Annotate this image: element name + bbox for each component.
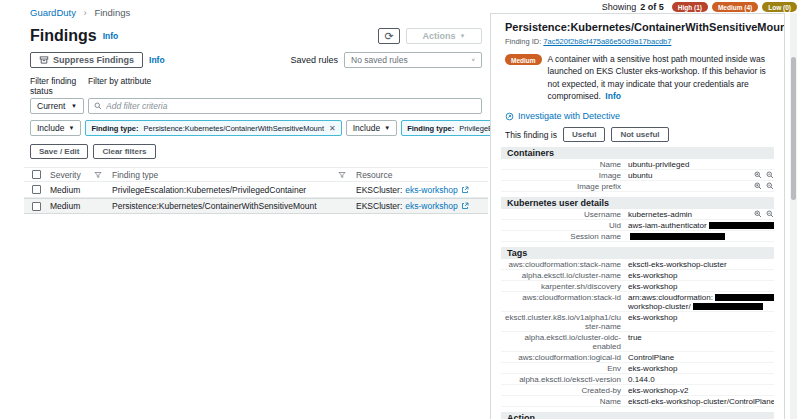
- detail-field-row: aws:cloudformation:stack-idarn:aws:cloud…: [501, 292, 774, 312]
- field-value-text: 0.144.0: [628, 375, 655, 384]
- suppress-findings-button[interactable]: Suppress Findings: [30, 52, 143, 68]
- clear-filters-button[interactable]: Clear filters: [93, 144, 155, 159]
- filter-icon[interactable]: [338, 171, 346, 179]
- field-value: ubuntu: [628, 171, 750, 180]
- filter-status-label: Filter finding status: [30, 76, 88, 96]
- field-value-text: eksctl-eks-workshop-cluster/ControlPlane: [628, 397, 774, 406]
- findings-summary: Showing 2 of 5 High (1)Medium (4)Low (0): [602, 2, 797, 12]
- finding-id-link[interactable]: 7ac520f2b8cf475a86e50d9a17bacdb7: [543, 37, 671, 46]
- actions-button[interactable]: Actions ▼: [406, 28, 482, 44]
- redacted-value: [693, 303, 763, 310]
- filter-search-input[interactable]: [106, 101, 476, 111]
- field-value-text: ubuntu-privileged: [628, 160, 689, 169]
- section-header: Containers: [501, 147, 774, 159]
- chevron-down-icon: ▼: [460, 33, 466, 39]
- field-label: alpha.eksctl.io/cluster-name: [501, 271, 621, 280]
- severity-badges: High (1)Medium (4)Low (0): [672, 2, 797, 12]
- search-icon: [94, 102, 102, 110]
- zoom-in-icon[interactable]: [754, 171, 762, 179]
- include-filter-select[interactable]: Include▼: [30, 120, 81, 136]
- zoom-out-icon[interactable]: [766, 210, 774, 218]
- field-label: Username: [501, 210, 621, 219]
- saved-rules-label: Saved rules: [290, 55, 338, 65]
- field-label: Image prefix: [501, 182, 621, 191]
- severity-count-badge: Medium (4): [712, 2, 758, 12]
- remove-filter-icon[interactable]: ✕: [329, 124, 336, 133]
- detail-field-row: aws:cloudformation:stack-nameeksctl-eks-…: [501, 259, 774, 270]
- filter-attribute-label: Filter by attribute: [88, 76, 151, 96]
- saved-rules-select[interactable]: No saved rules ˅: [344, 52, 482, 68]
- row-checkbox[interactable]: [32, 202, 41, 211]
- zoom-out-icon[interactable]: [766, 182, 774, 190]
- external-link-icon[interactable]: [461, 186, 469, 194]
- finding-row[interactable]: MediumPrivilegeEscalation:Kubernetes/Pri…: [24, 182, 488, 198]
- showing-count: 2 of 5: [640, 2, 664, 12]
- detail-field-row: karpenter.sh/discoveryeks-workshop: [501, 281, 774, 292]
- finding-type-cell: Persistence:Kubernetes/ContainerWithSens…: [112, 201, 356, 211]
- field-label: Session name: [501, 232, 621, 241]
- useful-button[interactable]: Useful: [563, 127, 605, 142]
- page-title-info-link[interactable]: Info: [103, 31, 119, 41]
- finding-status-select[interactable]: Current ▼: [30, 98, 84, 114]
- redacted-value: [709, 222, 774, 229]
- findings-table-body: MediumPrivilegeEscalation:Kubernetes/Pri…: [24, 182, 488, 214]
- detail-field-row: Imageubuntu: [501, 170, 774, 181]
- field-value: eks-workshop-v2: [628, 386, 774, 395]
- finding-id-label: Finding ID:: [505, 37, 543, 46]
- finding-row[interactable]: MediumPersistence:Kubernetes/ContainerWi…: [24, 198, 488, 214]
- filter-chip[interactable]: Finding type: Persistence:Kubernetes/Con…: [85, 120, 341, 136]
- resource-prefix: EKSCluster:: [356, 201, 402, 211]
- resource-link[interactable]: eks-workshop: [405, 185, 457, 195]
- save-edit-button[interactable]: Save / Edit: [30, 144, 88, 159]
- filter-chip-key: Finding type:: [91, 124, 138, 133]
- field-value-text: eks-workshop: [628, 313, 677, 322]
- field-zoom-controls: [754, 210, 774, 219]
- not-useful-button[interactable]: Not useful: [611, 127, 668, 142]
- resource-prefix: EKSCluster:: [356, 185, 402, 195]
- detail-field-row: Session name: [501, 231, 774, 242]
- row-checkbox[interactable]: [32, 185, 41, 194]
- checkbox-cell: [24, 185, 50, 194]
- zoom-in-icon[interactable]: [754, 210, 762, 218]
- guardduty-findings-page: GuardDuty › Findings Findings Info ⟳ Act…: [0, 0, 800, 419]
- investigate-with-detective-link[interactable]: Investigate with Detective: [518, 111, 620, 121]
- field-value-text: kubernetes-admin: [628, 210, 692, 219]
- external-link-icon[interactable]: [461, 202, 469, 210]
- zoom-out-icon[interactable]: [766, 171, 774, 179]
- field-value-text: aws-iam-authenticator: [628, 221, 707, 230]
- include-filter-select[interactable]: Include▼: [346, 120, 397, 136]
- scrollbar-thumb[interactable]: [791, 57, 796, 200]
- breadcrumb: GuardDuty › Findings: [0, 0, 490, 18]
- filter-icon[interactable]: [94, 171, 102, 179]
- finding-type-column-header[interactable]: Finding type: [112, 170, 158, 180]
- resource-link[interactable]: eks-workshop: [405, 201, 457, 211]
- field-label: alpha.eksctl.io/cluster-oidc-enabled: [501, 333, 621, 351]
- breadcrumb-guardduty-link[interactable]: GuardDuty: [30, 7, 76, 18]
- field-value-text: workshop-cluster/: [628, 302, 691, 311]
- severity-column-header[interactable]: Severity: [50, 170, 81, 180]
- field-value-text: arn:aws:cloudformation:: [628, 293, 713, 302]
- findings-list-pane: GuardDuty › Findings Findings Info ⟳ Act…: [0, 0, 490, 419]
- severity-cell: Medium: [50, 185, 112, 195]
- detail-field-row: alpha.eksctl.io/cluster-oidc-enabledtrue: [501, 332, 774, 352]
- suppress-info-link[interactable]: Info: [149, 55, 165, 65]
- field-zoom-controls: [754, 182, 774, 191]
- detail-field-row: aws:cloudformation:logical-idControlPlan…: [501, 352, 774, 363]
- field-label: alpha.eksctl.io/eksctl-version: [501, 375, 621, 384]
- include-filter-label: Include: [353, 123, 380, 133]
- filter-chip-key: Finding type:: [407, 124, 454, 133]
- panel-sections: ContainersNameubuntu-privilegedImageubun…: [491, 147, 784, 419]
- section-header: Kubernetes user details: [501, 197, 774, 209]
- redacted-value: [630, 233, 725, 240]
- finding-type-cell: PrivilegeEscalation:Kubernetes/Privilege…: [112, 185, 356, 195]
- include-filter-label: Include: [37, 123, 64, 133]
- select-all-checkbox[interactable]: [32, 170, 41, 179]
- field-value-text: eks-workshop: [628, 364, 677, 373]
- refresh-button[interactable]: ⟳: [378, 28, 400, 44]
- description-info-link[interactable]: Info: [605, 91, 621, 101]
- resource-column-header[interactable]: Resource: [356, 170, 392, 180]
- field-value-text: eks-workshop: [628, 282, 677, 291]
- zoom-in-icon[interactable]: [754, 182, 762, 190]
- detail-field-row: alpha.eksctl.io/cluster-nameeks-workshop: [501, 270, 774, 281]
- detail-field-row: Usernamekubernetes-admin: [501, 209, 774, 220]
